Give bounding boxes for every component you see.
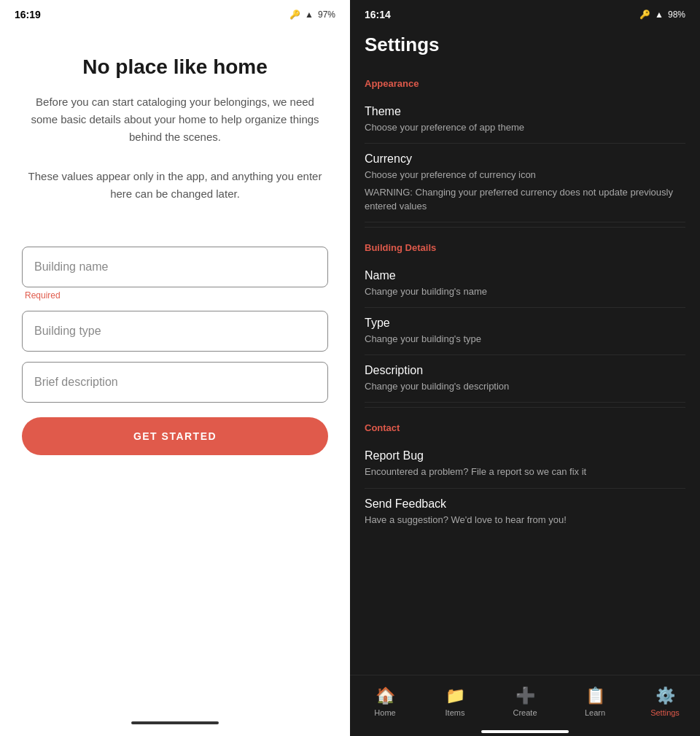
status-bar-right: 16:14 🔑 ▲ 98% xyxy=(350,0,700,26)
settings-item-name[interactable]: Name Change your building's name xyxy=(365,260,685,308)
welcome-note: These values appear only in the app, and… xyxy=(22,168,328,203)
settings-icon: ⚙️ xyxy=(656,686,675,705)
building-desc-desc: Change your building's description xyxy=(365,380,685,393)
status-icons-left: 🔑 ▲ 97% xyxy=(289,9,335,20)
status-icons-right: 🔑 ▲ 98% xyxy=(639,9,685,20)
nav-items[interactable]: 📁 Items xyxy=(433,686,477,717)
building-type-wrapper xyxy=(22,311,328,352)
building-type-desc: Change your building's type xyxy=(365,333,685,346)
bottom-nav: 🏠 Home 📁 Items ➕ Create 📋 Learn ⚙️ Setti… xyxy=(350,675,700,726)
key-icon-left: 🔑 xyxy=(289,9,300,20)
create-label: Create xyxy=(513,708,537,717)
settings-label: Settings xyxy=(650,708,680,717)
building-type-title: Type xyxy=(365,317,685,330)
settings-item-feedback[interactable]: Send Feedback Have a suggestion? We'd lo… xyxy=(365,489,685,535)
home-label: Home xyxy=(374,708,395,717)
time-left: 16:19 xyxy=(15,9,41,20)
required-label: Required xyxy=(22,290,328,301)
nav-settings[interactable]: ⚙️ Settings xyxy=(643,686,687,717)
settings-item-theme[interactable]: Theme Choose your preference of app them… xyxy=(365,96,685,144)
items-label: Items xyxy=(446,708,465,717)
report-bug-title: Report Bug xyxy=(365,449,685,462)
welcome-title: No place like home xyxy=(82,55,268,79)
section-header-contact: Contact xyxy=(365,412,685,441)
nav-create[interactable]: ➕ Create xyxy=(503,686,547,717)
get-started-button[interactable]: GET STARTED xyxy=(22,417,328,455)
feedback-desc: Have a suggestion? We'd love to hear fro… xyxy=(365,514,685,527)
settings-item-type[interactable]: Type Change your building's type xyxy=(365,308,685,355)
divider-1 xyxy=(365,227,685,228)
building-name-title: Name xyxy=(365,269,685,282)
currency-warning: WARNING: Changing your preferred currenc… xyxy=(365,186,685,212)
section-header-building: Building Details xyxy=(365,232,685,260)
currency-title: Currency xyxy=(365,152,685,166)
key-icon-right: 🔑 xyxy=(639,9,650,20)
building-type-input[interactable] xyxy=(22,311,328,352)
left-content: No place like home Before you can start … xyxy=(0,26,350,721)
left-panel: 16:19 🔑 ▲ 97% No place like home Before … xyxy=(0,0,350,736)
section-header-appearance: Appearance xyxy=(365,68,685,96)
nav-home[interactable]: 🏠 Home xyxy=(363,686,407,717)
theme-title: Theme xyxy=(365,105,685,118)
status-bar-left: 16:19 🔑 ▲ 97% xyxy=(0,0,350,26)
building-name-wrapper: Required xyxy=(22,247,328,301)
bottom-nav-line xyxy=(350,726,700,736)
nav-learn[interactable]: 📋 Learn xyxy=(573,686,617,717)
currency-desc: Choose your preference of currency icon xyxy=(365,168,685,182)
divider-2 xyxy=(365,407,685,408)
wifi-icon-right: ▲ xyxy=(655,9,664,20)
building-name-input[interactable] xyxy=(22,247,328,287)
home-icon: 🏠 xyxy=(376,686,395,705)
onboarding-form: Required GET STARTED xyxy=(22,247,328,455)
settings-content: Appearance Theme Choose your preference … xyxy=(350,68,700,675)
battery-text-right: 98% xyxy=(668,9,685,20)
battery-text-left: 97% xyxy=(318,9,335,20)
right-panel: 16:14 🔑 ▲ 98% Settings Appearance Theme … xyxy=(350,0,700,736)
settings-title: Settings xyxy=(365,34,685,56)
learn-label: Learn xyxy=(585,708,605,717)
brief-description-input[interactable] xyxy=(22,362,328,403)
feedback-title: Send Feedback xyxy=(365,497,685,511)
settings-item-currency[interactable]: Currency Choose your preference of curre… xyxy=(365,144,685,222)
building-desc-title: Description xyxy=(365,364,685,377)
bottom-bar-left xyxy=(131,721,219,736)
welcome-description: Before you can start cataloging your bel… xyxy=(22,93,328,146)
settings-item-description[interactable]: Description Change your building's descr… xyxy=(365,355,685,403)
settings-item-report-bug[interactable]: Report Bug Encountered a problem? File a… xyxy=(365,441,685,488)
time-right: 16:14 xyxy=(365,9,391,20)
brief-description-wrapper xyxy=(22,362,328,403)
building-name-desc: Change your building's name xyxy=(365,285,685,298)
wifi-icon-left: ▲ xyxy=(305,9,314,20)
bottom-indicator-left xyxy=(131,721,219,724)
bottom-indicator-right xyxy=(481,730,569,733)
report-bug-desc: Encountered a problem? File a report so … xyxy=(365,465,685,479)
items-icon: 📁 xyxy=(446,686,465,705)
create-icon: ➕ xyxy=(516,686,535,705)
learn-icon: 📋 xyxy=(586,686,605,705)
theme-desc: Choose your preference of app theme xyxy=(365,121,685,134)
settings-header: Settings xyxy=(350,26,700,68)
